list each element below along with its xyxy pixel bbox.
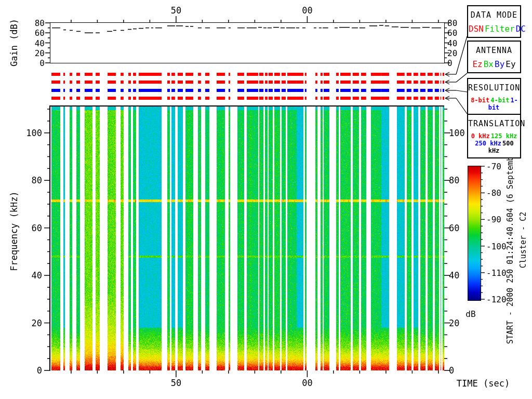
data-mode-bar: [128, 73, 131, 76]
freq-tick-label-right: 60: [449, 223, 459, 233]
data-mode-bar: [133, 73, 136, 76]
legend-arrow: [445, 74, 449, 76]
data-mode-bar: [324, 73, 329, 76]
antenna-bar: [361, 81, 366, 84]
translation-bar: [315, 97, 317, 100]
legend-arrow: [445, 90, 449, 92]
antenna-bar: [371, 81, 381, 84]
data-mode-bar: [229, 73, 230, 76]
time-tick-label-bottom: 50: [171, 378, 181, 388]
resolution-bar: [315, 89, 317, 92]
resolution-bar: [108, 89, 116, 92]
resolution-bar: [217, 89, 225, 92]
data-mode-bar: [315, 73, 317, 76]
freq-tick-label-left: 60: [32, 223, 42, 233]
wbd-spectrogram-display: Gain (dB) Frequency (kHz) TIME (sec) dB …: [0, 0, 532, 399]
translation-bar: [435, 97, 439, 100]
data-mode-bar: [353, 73, 359, 76]
resolution-bar: [70, 89, 72, 92]
data-mode-bar: [269, 73, 273, 76]
antenna-bar: [353, 81, 359, 84]
translation-bar: [414, 97, 418, 100]
resolution-bar: [85, 89, 92, 92]
translation-bar: [324, 97, 329, 100]
legend-data-mode-entry: DSN: [469, 24, 484, 34]
legend-resolution-entries: 8-bit4-bit1-bit: [468, 97, 520, 111]
translation-bar: [287, 97, 297, 100]
legend-connector: [456, 98, 467, 114]
antenna-bar: [85, 81, 92, 84]
translation-bar: [259, 97, 263, 100]
antenna-bar: [315, 81, 317, 84]
data-mode-bar: [139, 73, 162, 76]
data-mode-bar: [361, 73, 366, 76]
colorbar-tick-label: -90: [486, 215, 501, 224]
resolution-bar: [336, 89, 339, 92]
legend-connector: [456, 90, 467, 92]
resolution-bar: [185, 89, 193, 92]
translation-bar: [51, 97, 60, 100]
freq-tick-label-right: 40: [449, 270, 459, 281]
antenna-bar: [443, 81, 444, 84]
legend-connector: [456, 73, 467, 82]
resolution-bar: [428, 89, 433, 92]
translation-bar: [407, 97, 411, 100]
legend-connector: [456, 36, 467, 74]
resolution-bar: [51, 89, 60, 92]
translation-bar: [85, 97, 92, 100]
translation-bar: [96, 97, 100, 100]
data-mode-bar: [397, 73, 405, 76]
data-mode-bar: [441, 73, 442, 76]
colorbar-unit-label: dB: [466, 309, 475, 319]
resolution-bar: [287, 89, 297, 92]
resolution-bar: [407, 89, 411, 92]
translation-bar: [274, 97, 280, 100]
data-mode-bar: [237, 73, 244, 76]
translation-bar: [171, 97, 175, 100]
resolution-bar: [324, 89, 329, 92]
colorbar-tick-label: -110: [486, 268, 507, 277]
translation-bar: [217, 97, 225, 100]
time-tick-label-bottom: 00: [302, 378, 312, 388]
antenna-bar: [167, 81, 170, 84]
translation-bar: [441, 97, 442, 100]
translation-bar: [63, 97, 65, 100]
colorbar-tick-label: -100: [486, 241, 507, 251]
antenna-bar: [321, 81, 323, 84]
freq-tick-label-right: 100: [449, 128, 465, 138]
resolution-bar: [171, 89, 175, 92]
legend-resolution-entry: 4-bit: [490, 97, 509, 104]
translation-bar: [128, 97, 131, 100]
antenna-bar: [259, 81, 263, 84]
resolution-bar: [133, 89, 136, 92]
time-axis-label: TIME (sec): [457, 378, 510, 389]
data-mode-bar: [217, 73, 225, 76]
antenna-bar: [108, 81, 116, 84]
data-mode-bar: [420, 73, 425, 76]
antenna-bar: [282, 81, 286, 84]
resolution-bar: [76, 89, 80, 92]
translation-bar: [265, 97, 268, 100]
legend-antenna-entry: Ez: [472, 59, 482, 69]
legend-data-mode-entries: DSNFilterDC: [468, 24, 520, 34]
data-mode-bar: [205, 73, 209, 76]
resolution-bar: [361, 89, 366, 92]
translation-bar: [229, 97, 230, 100]
antenna-bar: [198, 81, 201, 84]
colorbar-tick-label: -80: [486, 188, 501, 198]
antenna-bar: [265, 81, 268, 84]
translation-bar: [121, 97, 124, 100]
legend-translation-entry: 0 kHz: [471, 132, 490, 140]
antenna-bar: [247, 81, 258, 84]
legend-translation-entries: 250 kHz500 kHz: [468, 140, 520, 154]
legend-translation-entries: 0 kHz125 kHz: [468, 132, 520, 140]
freq-tick-label-left: 40: [32, 270, 42, 281]
translation-bar: [185, 97, 193, 100]
data-mode-bar: [171, 73, 175, 76]
resolution-bar: [340, 89, 351, 92]
freq-tick-label-right: 0: [449, 365, 454, 376]
legend-arrow: [445, 82, 449, 84]
gain-tick-label-right: 0: [447, 58, 453, 68]
antenna-bar: [407, 81, 411, 84]
antenna-bar: [128, 81, 131, 84]
